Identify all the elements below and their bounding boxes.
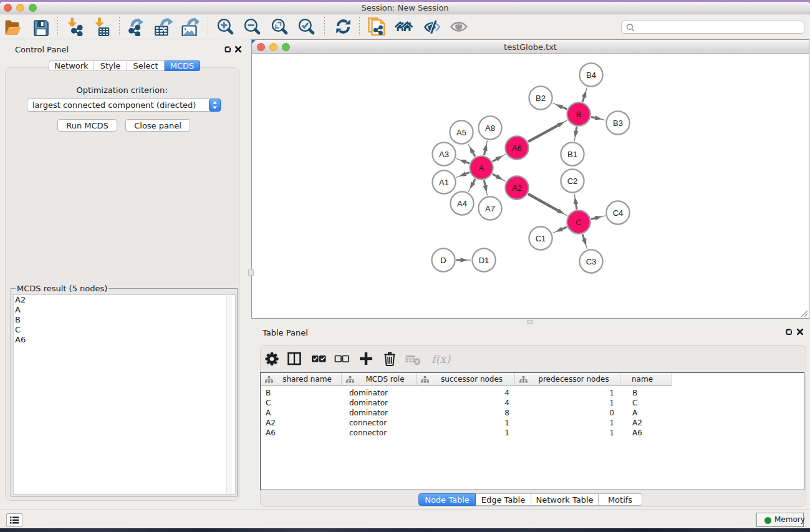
delete-table-button[interactable] bbox=[405, 351, 421, 369]
table-cell[interactable]: 1 bbox=[417, 418, 509, 428]
tab-style[interactable]: Style bbox=[94, 60, 127, 71]
table-cell[interactable]: 1 bbox=[515, 428, 614, 438]
select-all-button[interactable] bbox=[311, 351, 327, 369]
table-cell[interactable]: A2 bbox=[632, 418, 642, 428]
graph-node-C4[interactable]: C4 bbox=[606, 201, 629, 224]
result-item[interactable]: A2 bbox=[14, 295, 235, 305]
task-history-button[interactable] bbox=[6, 513, 22, 527]
import-table-button[interactable] bbox=[93, 17, 112, 36]
close-panel-icon[interactable] bbox=[234, 46, 242, 53]
graph-node-A7[interactable]: A7 bbox=[478, 196, 501, 220]
result-scrollbar[interactable] bbox=[226, 295, 232, 494]
criterion-dropdown[interactable]: largest connected component (directed) bbox=[27, 99, 221, 112]
graph-node-B1[interactable]: B1 bbox=[561, 142, 584, 165]
graph-edge-A-A1[interactable] bbox=[456, 172, 470, 177]
table-cell[interactable]: connector bbox=[349, 418, 387, 428]
graph-edge-C-C2[interactable] bbox=[574, 194, 579, 210]
graph-edge-D-D1[interactable] bbox=[456, 258, 471, 263]
graph-node-D[interactable]: D bbox=[432, 248, 455, 271]
hide-selected-button[interactable] bbox=[423, 17, 441, 36]
graph-edge-A-A8[interactable] bbox=[483, 141, 487, 155]
graph-node-B[interactable]: B bbox=[567, 102, 590, 125]
close-table-panel-icon[interactable] bbox=[796, 328, 804, 336]
graph-edge-C-C4[interactable] bbox=[591, 216, 605, 220]
table-cell[interactable]: dominator bbox=[349, 388, 388, 398]
graph-edge-B-B4[interactable] bbox=[582, 87, 587, 102]
graph-node-D1[interactable]: D1 bbox=[472, 248, 495, 271]
splitter-handle-bottom[interactable] bbox=[527, 320, 533, 324]
table-cell[interactable]: 1 bbox=[417, 428, 509, 438]
tab-mcds[interactable]: MCDS bbox=[165, 60, 200, 71]
graph-node-C1[interactable]: C1 bbox=[529, 226, 552, 249]
zoom-out-button[interactable] bbox=[243, 17, 261, 36]
export-table-button[interactable] bbox=[154, 17, 173, 36]
refresh-view-button[interactable] bbox=[335, 17, 354, 36]
graph-node-C[interactable]: C bbox=[567, 210, 590, 233]
column-header-MCDS-role[interactable]: MCDS role bbox=[342, 373, 417, 386]
graph-edge-B-B1[interactable] bbox=[574, 127, 579, 141]
graph-node-A4[interactable]: A4 bbox=[450, 191, 473, 215]
export-network-button[interactable] bbox=[128, 17, 147, 36]
unselect-all-button[interactable] bbox=[334, 351, 350, 369]
graph-edge-A-A6[interactable] bbox=[493, 154, 506, 162]
table-cell[interactable]: C bbox=[266, 398, 271, 408]
table-cell[interactable]: 1 bbox=[515, 418, 614, 428]
graph-node-C2[interactable]: C2 bbox=[561, 169, 584, 192]
column-settings-button[interactable] bbox=[264, 351, 280, 369]
float-panel-icon[interactable] bbox=[224, 46, 231, 53]
close-panel-button[interactable]: Close panel bbox=[125, 119, 190, 132]
tab-motifs[interactable]: Motifs bbox=[599, 493, 642, 506]
graph-node-A6[interactable]: A6 bbox=[505, 136, 528, 159]
table-cell[interactable]: A bbox=[266, 408, 271, 418]
graph-node-A5[interactable]: A5 bbox=[450, 120, 473, 143]
table-cell[interactable]: C bbox=[632, 398, 637, 408]
search-input[interactable] bbox=[621, 21, 804, 34]
table-cell[interactable]: 4 bbox=[417, 398, 509, 408]
tab-edge-table[interactable]: Edge Table bbox=[476, 493, 531, 506]
import-network-button[interactable] bbox=[65, 17, 84, 36]
first-neighbors-button[interactable] bbox=[395, 17, 413, 36]
split-panel-button[interactable] bbox=[286, 351, 302, 369]
tab-network[interactable]: Network bbox=[49, 60, 94, 71]
column-header-shared-name[interactable]: shared name bbox=[261, 373, 342, 386]
save-session-button[interactable] bbox=[32, 17, 51, 36]
float-table-panel-icon[interactable] bbox=[785, 328, 793, 336]
resize-grip-icon[interactable] bbox=[800, 309, 808, 317]
table-cell[interactable]: B bbox=[266, 388, 271, 398]
splitter-handle-left[interactable] bbox=[248, 269, 254, 276]
run-mcds-button[interactable]: Run MCDS bbox=[57, 119, 117, 132]
mcds-result-list[interactable]: A2ABCA6 bbox=[13, 294, 236, 495]
graph-node-A1[interactable]: A1 bbox=[432, 170, 455, 193]
graph-edge-A-A2[interactable] bbox=[493, 174, 506, 181]
memory-button[interactable]: Memory bbox=[756, 513, 804, 527]
delete-column-button[interactable] bbox=[382, 351, 398, 369]
table-cell[interactable]: 0 bbox=[515, 408, 614, 418]
zoom-selected-button[interactable] bbox=[297, 17, 316, 36]
table-cell[interactable]: 1 bbox=[515, 398, 614, 408]
column-header-predecessor-nodes[interactable]: predecessor nodes bbox=[515, 373, 620, 386]
graph-node-A2[interactable]: A2 bbox=[505, 176, 528, 199]
graph-node-A8[interactable]: A8 bbox=[478, 116, 501, 139]
tab-network-table[interactable]: Network Table bbox=[531, 493, 599, 506]
table-cell[interactable]: A6 bbox=[632, 428, 642, 438]
table-cell[interactable]: dominator bbox=[349, 398, 388, 408]
column-header-name[interactable]: name bbox=[620, 373, 672, 386]
table-cell[interactable]: connector bbox=[349, 428, 387, 438]
export-image-button[interactable] bbox=[180, 17, 199, 36]
graph-node-B3[interactable]: B3 bbox=[606, 111, 629, 134]
graph-edge-A-A5[interactable] bbox=[468, 143, 475, 157]
graph-node-B4[interactable]: B4 bbox=[579, 63, 602, 86]
tab-select[interactable]: Select bbox=[127, 60, 165, 71]
table-cell[interactable]: B bbox=[632, 388, 637, 398]
graph-node-A[interactable]: A bbox=[470, 156, 493, 179]
network-graph[interactable]: A A6 A2 B C A5 A8 A3 A1 A4 A7 B2 B4 B3 B… bbox=[252, 54, 809, 318]
graph-edge-B-B3[interactable] bbox=[591, 115, 605, 120]
graph-node-B2[interactable]: B2 bbox=[529, 86, 552, 109]
table-cell[interactable]: 4 bbox=[417, 388, 509, 398]
tab-node-table[interactable]: Node Table bbox=[418, 493, 476, 506]
graph-edge-A2-C[interactable] bbox=[528, 194, 567, 216]
table-cell[interactable]: A bbox=[632, 408, 637, 418]
network-window-title-bar[interactable]: testGlobe.txt bbox=[252, 40, 809, 54]
show-all-button[interactable] bbox=[450, 17, 469, 36]
table-cell[interactable]: A6 bbox=[266, 428, 276, 438]
